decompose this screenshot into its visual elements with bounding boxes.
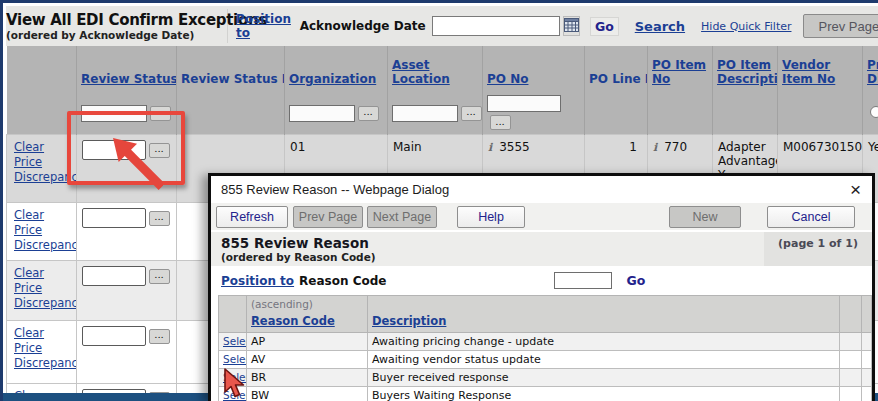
column-header-review-status[interactable]: Review Status [81, 72, 177, 86]
column-header-price-discrepancy[interactable]: Price Discrepancy [867, 58, 878, 86]
dialog-go-button[interactable]: Go [626, 273, 645, 288]
clear-price-discrepancy-link[interactable]: Clear Price Discrepancy [14, 208, 77, 252]
toolbar-controls: Position to Acknowledge Date Go Search H… [228, 12, 878, 40]
select-link[interactable]: Select [223, 353, 247, 365]
po-no-filter-lookup-button[interactable]: ... [490, 115, 511, 130]
reason-code-cell: AV [247, 351, 368, 369]
grid-header-row: Review Status Review Status Desc Organiz… [7, 46, 878, 91]
page-title-block: View All EDI Confirm Exceptions (ordered… [6, 9, 228, 43]
review-status-row-lookup-button[interactable]: ... [149, 211, 170, 226]
column-header-review-status-desc: Review Status Desc [181, 72, 285, 86]
reason-code-cell: AP [247, 333, 368, 351]
dialog-next-page-button[interactable]: Next Page [367, 206, 437, 228]
reason-code-table: (ascending) Reason Code Description Sele… [218, 295, 872, 401]
cursor-icon [222, 368, 248, 400]
calendar-icon [564, 18, 579, 35]
review-status-row-input[interactable] [82, 266, 146, 286]
po-no-cell: 3555 [499, 140, 530, 154]
dialog-subtitle: (ordered by Reason Code) [221, 251, 376, 263]
review-status-row-lookup-button[interactable]: ... [149, 269, 170, 284]
reason-description-cell: Awaiting vendor status update [368, 351, 840, 369]
po-no-filter-input[interactable] [487, 95, 561, 112]
dialog-position-field-label: Reason Code [299, 274, 386, 288]
sort-indicator: (ascending) [251, 298, 365, 310]
asset-location-filter-lookup-button[interactable]: ... [461, 106, 482, 121]
reason-row: Select BW Buyers Waiting Response [219, 387, 872, 401]
position-field-label: Acknowledge Date [300, 19, 426, 33]
column-header-po-line-no: PO Line No [589, 72, 648, 86]
prev-page-button[interactable]: Prev Page [803, 14, 878, 38]
reason-row: Select AV Awaiting vendor status update [219, 351, 872, 369]
reason-code-column-header[interactable]: Reason Code [251, 314, 335, 328]
top-toolbar: View All EDI Confirm Exceptions (ordered… [6, 6, 878, 46]
close-icon[interactable]: × [848, 180, 863, 199]
column-header-action [7, 46, 77, 91]
po-item-no-cell: 770 [664, 140, 687, 154]
column-header-vendor-item-no[interactable]: Vendor Item No [782, 58, 835, 86]
organization-filter-input[interactable] [289, 105, 355, 122]
asset-location-filter-input[interactable] [392, 105, 458, 122]
info-icon[interactable]: i [653, 141, 657, 154]
dialog-grid-header-row: (ascending) Reason Code Description [219, 296, 872, 333]
new-button[interactable]: New [669, 206, 741, 228]
clear-price-discrepancy-link[interactable]: Clear Price Discrepancy [14, 266, 77, 310]
column-header-po-item-description[interactable]: PO Item Description [717, 58, 778, 86]
dialog-title: 855 Review Reason [221, 235, 376, 251]
reason-description-cell: Buyers Waiting Response [368, 387, 840, 401]
column-header-organization[interactable]: Organization [289, 72, 376, 86]
review-status-row-lookup-button[interactable]: ... [149, 329, 170, 344]
column-header-po-no[interactable]: PO No [487, 72, 528, 86]
help-button[interactable]: Help [457, 206, 525, 228]
review-status-row-input[interactable] [82, 326, 146, 346]
info-icon[interactable]: i [488, 141, 492, 154]
search-link[interactable]: Search [635, 19, 685, 34]
page-title: View All EDI Confirm Exceptions [6, 11, 223, 29]
column-header-asset-location[interactable]: Asset Location [392, 58, 450, 86]
review-reason-dialog: 855 Review Reason -- Webpage Dialog × Re… [208, 173, 875, 401]
price-discrepancy-filter-radio[interactable] [870, 106, 878, 118]
acknowledge-date-input[interactable] [432, 16, 560, 36]
reason-row: Select BR Buyer received response [219, 369, 872, 387]
dialog-prev-page-button[interactable]: Prev Page [293, 206, 363, 228]
position-to-link[interactable]: Position to [236, 12, 295, 40]
position-go-button[interactable]: Go [590, 17, 619, 36]
dialog-section-header: 855 Review Reason (ordered by Reason Cod… [211, 232, 872, 266]
reason-code-input[interactable] [554, 272, 612, 289]
annotation-arrow [91, 121, 163, 193]
reason-code-cell: BW [247, 387, 368, 401]
reason-row: Select AP Awaiting pricing change - upda… [219, 333, 872, 351]
select-link[interactable]: Select [223, 335, 247, 347]
reason-description-cell: Buyer received response [368, 369, 840, 387]
clear-price-discrepancy-link[interactable]: Clear Price Discrepancy [14, 326, 77, 370]
refresh-button[interactable]: Refresh [216, 206, 288, 228]
column-header-po-item-no[interactable]: PO Item No [652, 58, 706, 86]
review-status-row-input[interactable] [82, 208, 146, 228]
dialog-titlebar: 855 Review Reason -- Webpage Dialog × [211, 176, 872, 203]
dialog-button-strip: Refresh Prev Page Next Page Help New Can… [211, 203, 872, 232]
dialog-window-title: 855 Review Reason -- Webpage Dialog [221, 182, 449, 197]
page-indicator: (page 1 of 1) [764, 232, 872, 266]
description-column-header[interactable]: Description [372, 314, 446, 328]
reason-code-cell: BR [247, 369, 368, 387]
hide-quick-filter-link[interactable]: Hide Quick Filter [701, 20, 791, 33]
page-subtitle: (ordered by Acknowledge Date) [6, 29, 223, 41]
cancel-button[interactable]: Cancel [767, 206, 855, 228]
dialog-position-row: Position to Reason Code Go [211, 266, 872, 295]
dialog-position-to-link[interactable]: Position to [221, 274, 294, 288]
select-column-header [219, 296, 247, 333]
organization-filter-lookup-button[interactable]: ... [358, 106, 379, 121]
reason-description-cell: Awaiting pricing change - update [368, 333, 840, 351]
calendar-button[interactable] [563, 16, 580, 36]
